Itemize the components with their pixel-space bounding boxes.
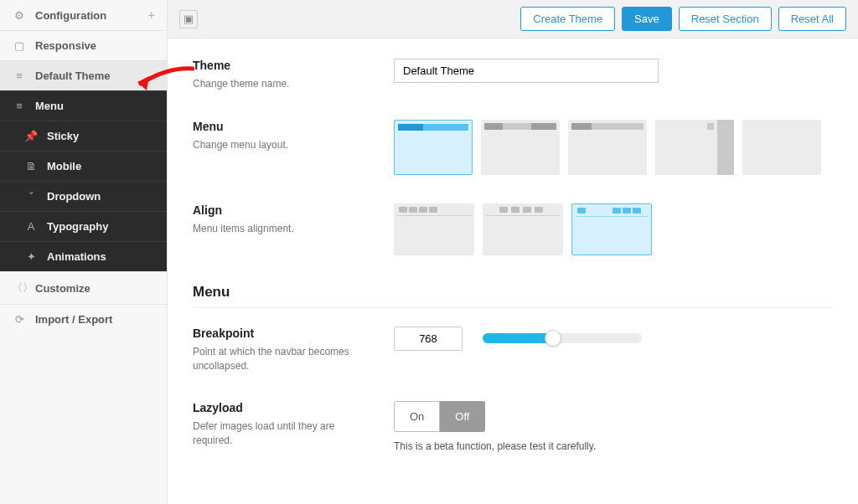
content-area: Theme Change theme name. Menu Change men… bbox=[168, 39, 858, 504]
field-title-theme: Theme bbox=[193, 59, 377, 72]
menu-layout-option-2[interactable] bbox=[481, 120, 560, 175]
menu-layout-option-5[interactable] bbox=[742, 120, 821, 175]
lazyload-off-button[interactable]: Off bbox=[440, 401, 485, 432]
bars-icon: ≡ bbox=[12, 69, 27, 82]
slider-knob[interactable] bbox=[545, 330, 561, 347]
save-button[interactable]: Save bbox=[622, 7, 672, 31]
menu-layout-option-1[interactable] bbox=[394, 120, 473, 175]
font-icon: A bbox=[23, 220, 39, 233]
sidebar-item-sticky[interactable]: 📌 Sticky bbox=[0, 121, 167, 151]
main-panel: ▣ Create Theme Save Reset Section Reset … bbox=[168, 0, 858, 504]
sidebar-item-dropdown[interactable]: ˅ Dropdown bbox=[0, 181, 167, 211]
lazyload-toggle: On Off bbox=[394, 401, 833, 432]
align-tool-button[interactable]: ▣ bbox=[179, 10, 198, 28]
field-title-menu: Menu bbox=[193, 120, 377, 133]
sidebar: ⚙ Configuration + ▢ Responsive ≡ Default… bbox=[0, 0, 168, 504]
sidebar-item-configuration[interactable]: ⚙ Configuration + bbox=[0, 0, 167, 30]
sidebar-item-label: Mobile bbox=[47, 160, 155, 172]
breakpoint-input[interactable] bbox=[394, 327, 463, 351]
align-option-left[interactable] bbox=[394, 203, 474, 255]
sidebar-item-mobile[interactable]: 🗎 Mobile bbox=[0, 151, 167, 181]
spark-icon: ✦ bbox=[23, 250, 39, 263]
expand-plus-icon[interactable]: + bbox=[148, 8, 155, 22]
section-title-menu: Menu bbox=[193, 284, 833, 308]
reset-all-button[interactable]: Reset All bbox=[778, 7, 846, 31]
field-desc-menu: Change menu layout. bbox=[193, 138, 377, 152]
align-option-center[interactable] bbox=[483, 203, 563, 255]
sidebar-item-label: Animations bbox=[47, 250, 155, 263]
file-icon: 🗎 bbox=[23, 160, 39, 172]
sidebar-item-label: Responsive bbox=[35, 39, 155, 52]
sidebar-item-label: Customize bbox=[35, 282, 155, 295]
sidebar-item-import-export[interactable]: ⟳ Import / Export bbox=[0, 304, 167, 334]
topbar: ▣ Create Theme Save Reset Section Reset … bbox=[168, 0, 858, 39]
sidebar-item-label: Dropdown bbox=[47, 190, 155, 203]
sidebar-item-label: Default Theme bbox=[35, 69, 155, 82]
sidebar-item-label: Menu bbox=[35, 100, 155, 112]
menu-layout-option-3[interactable] bbox=[568, 120, 647, 175]
sidebar-item-animations[interactable]: ✦ Animations bbox=[0, 241, 167, 271]
theme-name-input[interactable] bbox=[394, 59, 659, 83]
field-title-breakpoint: Breakpoint bbox=[193, 327, 377, 340]
menu-layout-option-4[interactable] bbox=[655, 120, 734, 175]
bars-icon: ≡ bbox=[12, 100, 27, 112]
reset-section-button[interactable]: Reset Section bbox=[679, 7, 772, 31]
field-title-lazyload: Lazyload bbox=[193, 401, 377, 414]
align-option-right[interactable] bbox=[571, 203, 652, 255]
field-desc-breakpoint: Point at which the navbar becomes uncoll… bbox=[193, 345, 377, 373]
code-icon: 〈〉 bbox=[12, 280, 27, 296]
sidebar-item-responsive[interactable]: ▢ Responsive bbox=[0, 30, 167, 60]
align-options bbox=[394, 203, 833, 255]
gear-icon: ⚙ bbox=[12, 9, 27, 22]
pin-icon: 📌 bbox=[23, 130, 39, 142]
menu-layout-options bbox=[394, 120, 833, 175]
lazyload-on-button[interactable]: On bbox=[394, 401, 440, 432]
field-desc-theme: Change theme name. bbox=[193, 77, 377, 91]
sidebar-item-default-theme[interactable]: ≡ Default Theme bbox=[0, 60, 167, 90]
sidebar-item-menu[interactable]: ≡ Menu bbox=[0, 90, 167, 121]
field-title-align: Align bbox=[193, 203, 377, 217]
field-desc-lazyload: Defer images load until they are require… bbox=[193, 419, 377, 448]
refresh-icon: ⟳ bbox=[12, 313, 27, 326]
sidebar-item-typography[interactable]: A Typography bbox=[0, 211, 167, 241]
sidebar-item-label: Typography bbox=[47, 220, 155, 233]
chevron-icon: ˅ bbox=[23, 190, 39, 203]
sidebar-item-label: Sticky bbox=[47, 130, 155, 142]
sidebar-item-customize[interactable]: 〈〉 Customize bbox=[0, 271, 167, 304]
breakpoint-slider[interactable] bbox=[483, 333, 642, 343]
lazyload-hint: This is a beta function, please test it … bbox=[394, 440, 833, 452]
align-icon: ▣ bbox=[183, 13, 194, 25]
field-desc-align: Menu items alignment. bbox=[193, 222, 377, 236]
sidebar-item-label: Configuration bbox=[35, 9, 148, 22]
tablet-icon: ▢ bbox=[12, 39, 27, 52]
sidebar-item-label: Import / Export bbox=[35, 313, 155, 326]
create-theme-button[interactable]: Create Theme bbox=[520, 7, 615, 31]
